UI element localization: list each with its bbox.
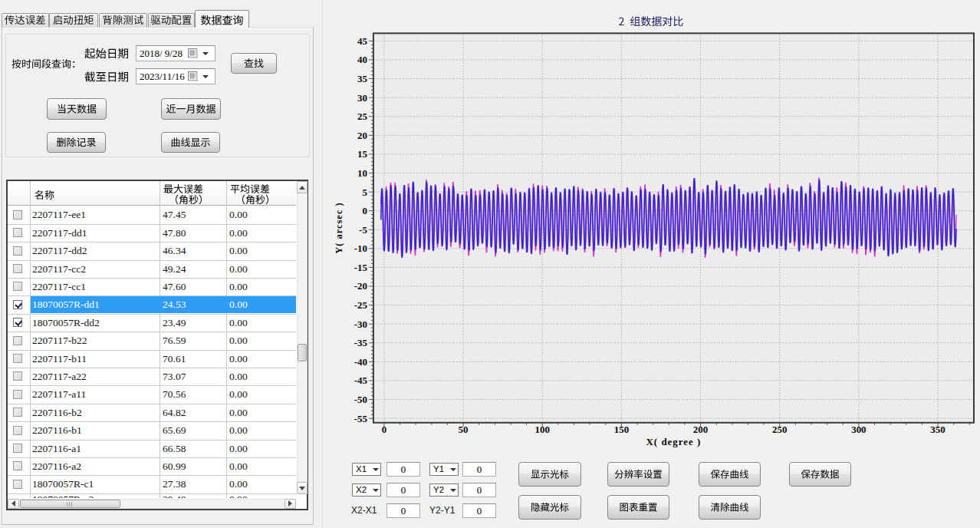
- svg-text:-45: -45: [354, 375, 368, 386]
- svg-text:50: 50: [459, 424, 469, 435]
- svg-text:40: 40: [357, 54, 367, 65]
- svg-text:-25: -25: [354, 299, 368, 311]
- svg-text:-55: -55: [354, 413, 368, 424]
- svg-text:X( degree ): X( degree ): [646, 436, 701, 447]
- svg-text:0: 0: [382, 424, 386, 435]
- svg-text:-35: -35: [354, 337, 368, 348]
- svg-text:-5: -5: [359, 224, 367, 236]
- svg-text:350: 350: [930, 424, 945, 435]
- svg-text:-20: -20: [354, 280, 367, 292]
- svg-text:25: 25: [357, 111, 367, 122]
- svg-text:15: 15: [357, 148, 367, 160]
- svg-text:0: 0: [362, 205, 367, 216]
- svg-text:Y( arcsec ): Y( arcsec ): [334, 202, 344, 254]
- svg-text:-30: -30: [354, 318, 367, 330]
- svg-text:-40: -40: [354, 356, 367, 368]
- svg-text:5: 5: [362, 186, 367, 198]
- svg-text:-10: -10: [354, 243, 367, 254]
- svg-text:200: 200: [693, 424, 708, 435]
- svg-text:250: 250: [772, 424, 787, 435]
- svg-text:30: 30: [357, 92, 367, 104]
- svg-text:20: 20: [357, 130, 367, 141]
- svg-text:10: 10: [357, 167, 367, 179]
- svg-text:-50: -50: [354, 394, 367, 405]
- svg-text:-15: -15: [354, 262, 368, 273]
- svg-text:35: 35: [357, 73, 367, 84]
- svg-text:150: 150: [614, 424, 629, 435]
- svg-text:300: 300: [851, 424, 866, 435]
- svg-text:45: 45: [357, 35, 367, 47]
- svg-text:100: 100: [535, 424, 550, 435]
